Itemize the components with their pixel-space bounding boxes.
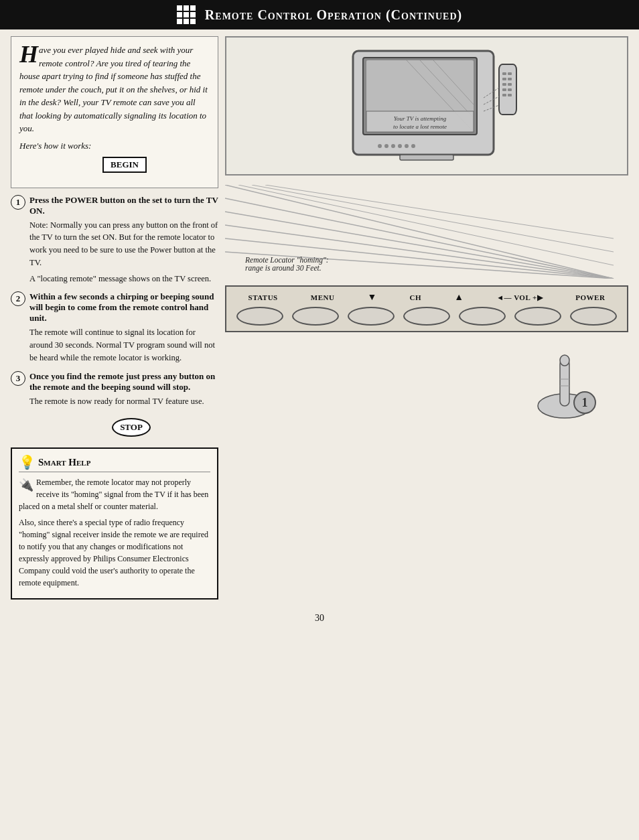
smart-help-box: 💡 Smart Help 🔌 Remember, the remote loca… xyxy=(11,447,218,600)
page-footer: 30 xyxy=(0,606,639,628)
oval-btn-1[interactable] xyxy=(236,307,283,326)
ctrl-ch: CH xyxy=(410,293,422,301)
svg-rect-21 xyxy=(502,83,506,86)
heres-how: Here's how it works: xyxy=(19,141,210,151)
tv-illustration-svg: Your TV is attempting to locate a lost r… xyxy=(326,44,527,171)
step-1-num: 1 xyxy=(11,195,25,210)
svg-text:to locate a lost remote: to locate a lost remote xyxy=(393,123,447,130)
oval-btn-3[interactable] xyxy=(348,307,395,326)
svg-point-41 xyxy=(560,355,569,366)
svg-text:1: 1 xyxy=(582,396,588,409)
header-title: Remote Control Operation (Continued) xyxy=(205,7,462,23)
right-column: Your TV is attempting to locate a lost r… xyxy=(225,36,628,419)
svg-line-38 xyxy=(265,185,614,238)
step-2-num: 2 xyxy=(11,291,25,306)
svg-point-13 xyxy=(398,144,402,148)
grid-icon xyxy=(177,5,196,24)
stop-badge: STOP xyxy=(112,418,151,437)
svg-point-11 xyxy=(384,144,388,148)
step-1: 1 Press the POWER button on the set to t… xyxy=(11,195,218,285)
svg-rect-9 xyxy=(400,155,453,160)
oval-btn-5[interactable] xyxy=(459,307,506,326)
lightbulb-icon: 💡 xyxy=(19,454,36,470)
control-panel: STATUS MENU ▼ CH ▲ ◄— VOL +▶ POWER xyxy=(225,285,628,332)
svg-rect-18 xyxy=(508,72,512,75)
svg-rect-19 xyxy=(502,78,506,80)
page-number: 30 xyxy=(315,613,324,623)
oval-btn-7[interactable] xyxy=(570,307,617,326)
control-buttons-row: STATUS MENU ▼ CH ▲ ◄— VOL +▶ POWER xyxy=(233,292,620,303)
smart-help-body: 🔌 Remember, the remote locator may not p… xyxy=(19,476,210,589)
hand-illustration-area: 1 xyxy=(225,339,628,419)
intro-box: Have you ever played hide and seek with … xyxy=(11,36,218,188)
intro-text: Have you ever played hide and seek with … xyxy=(19,44,210,135)
step-3: 3 Once you find the remote just press an… xyxy=(11,371,218,408)
smart-help-para-2: Also, since there's a special type of ra… xyxy=(19,516,210,589)
step-1-title: Press the POWER button on the set to tur… xyxy=(29,195,218,216)
svg-point-14 xyxy=(405,144,409,148)
svg-rect-26 xyxy=(508,94,512,96)
oval-btn-6[interactable] xyxy=(514,307,561,326)
ctrl-power: POWER xyxy=(575,293,605,301)
ctrl-up: ▲ xyxy=(454,292,464,303)
svg-rect-23 xyxy=(502,88,506,91)
tv-illustration-wrapper: Your TV is attempting to locate a lost r… xyxy=(225,36,628,176)
svg-point-12 xyxy=(391,144,395,148)
step-1-body: Note: Normally you can press any button … xyxy=(11,219,218,285)
svg-text:Your TV is attempting: Your TV is attempting xyxy=(394,115,447,122)
hand-svg: 1 xyxy=(521,346,608,419)
oval-btn-4[interactable] xyxy=(403,307,450,326)
step-2: 2 Within a few seconds a chirping or bee… xyxy=(11,291,218,364)
ctrl-menu: MENU xyxy=(311,293,335,301)
svg-point-15 xyxy=(411,144,415,148)
svg-line-37 xyxy=(252,185,614,252)
smart-help-label: Smart Help xyxy=(38,457,90,468)
step-3-num: 3 xyxy=(11,371,25,386)
diagonal-area: Remote Locator "homing": range is around… xyxy=(225,185,628,279)
svg-rect-25 xyxy=(502,94,506,96)
svg-point-10 xyxy=(378,144,382,148)
ctrl-down: ▼ xyxy=(368,292,377,303)
remote-locator-label: Remote Locator "homing": range is around… xyxy=(245,256,329,272)
oval-btn-2[interactable] xyxy=(292,307,339,326)
tv-svg-container: Your TV is attempting to locate a lost r… xyxy=(236,44,618,171)
step-3-title: Once you find the remote just press any … xyxy=(29,371,218,393)
main-container: Have you ever played hide and seek with … xyxy=(0,29,639,606)
oval-buttons-row xyxy=(233,307,620,326)
ctrl-vol: ◄— VOL +▶ xyxy=(496,293,543,302)
svg-rect-17 xyxy=(502,72,506,75)
svg-rect-20 xyxy=(508,78,512,80)
svg-rect-24 xyxy=(508,88,512,91)
drop-cap: H xyxy=(19,45,38,64)
step-2-body: The remote will continue to signal its l… xyxy=(11,326,218,364)
smart-help-title: 💡 Smart Help xyxy=(19,454,210,472)
step-2-title: Within a few seconds a chirping or beepi… xyxy=(29,291,218,324)
smart-help-para-1: 🔌 Remember, the remote locator may not p… xyxy=(19,476,210,512)
page-header: Remote Control Operation (Continued) xyxy=(0,0,639,29)
ctrl-status: STATUS xyxy=(248,293,278,301)
svg-rect-22 xyxy=(508,83,512,86)
left-column: Have you ever played hide and seek with … xyxy=(11,36,218,600)
begin-badge: BEGIN xyxy=(102,157,147,173)
step-3-body: The remote is now ready for normal TV fe… xyxy=(11,395,218,408)
